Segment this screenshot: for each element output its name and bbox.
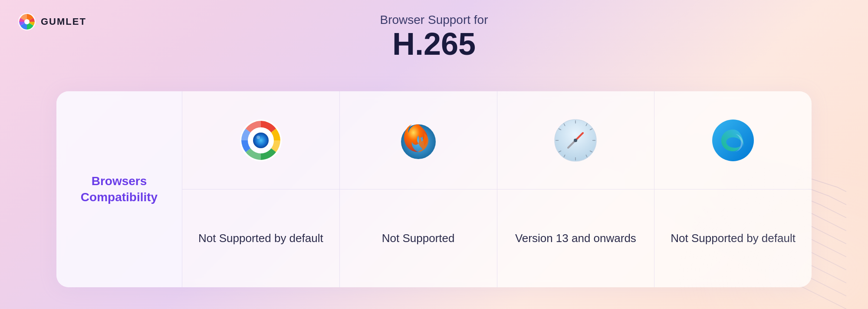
firefox-status-text: Not Supported	[382, 230, 455, 246]
firefox-status-cell: Not Supported	[340, 189, 497, 287]
compatibility-table: Browsers Compatibility	[56, 91, 812, 287]
edge-icon	[709, 116, 757, 164]
safari-icon-cell	[497, 91, 655, 189]
table-label-cell: Browsers Compatibility	[56, 91, 182, 287]
chrome-status-cell: Not Supported by default	[182, 189, 340, 287]
edge-status-cell: Not Supported by default	[654, 189, 812, 287]
safari-status-cell: Version 13 and onwards	[497, 189, 655, 287]
edge-status-text: Not Supported by default	[671, 230, 796, 246]
safari-status-text: Version 13 and onwards	[515, 230, 636, 246]
title-section: Browser Support for H.265	[0, 13, 868, 61]
svg-point-4	[253, 133, 269, 148]
icons-row	[182, 91, 812, 189]
chrome-status-text: Not Supported by default	[198, 230, 323, 246]
firefox-icon	[395, 116, 442, 164]
svg-point-24	[712, 120, 754, 161]
chrome-icon-cell	[182, 91, 340, 189]
safari-icon	[552, 116, 599, 164]
firefox-icon-cell	[340, 91, 497, 189]
edge-icon-cell	[654, 91, 812, 189]
header-title: H.265	[0, 27, 868, 61]
browsers-compatibility-label: Browsers Compatibility	[81, 173, 158, 205]
svg-point-5	[256, 136, 260, 139]
chrome-icon	[237, 116, 285, 164]
browsers-section: Not Supported by default Not Supported V…	[182, 91, 812, 287]
status-row: Not Supported by default Not Supported V…	[182, 189, 812, 287]
svg-point-23	[574, 139, 577, 142]
header-subtitle: Browser Support for	[0, 13, 868, 27]
